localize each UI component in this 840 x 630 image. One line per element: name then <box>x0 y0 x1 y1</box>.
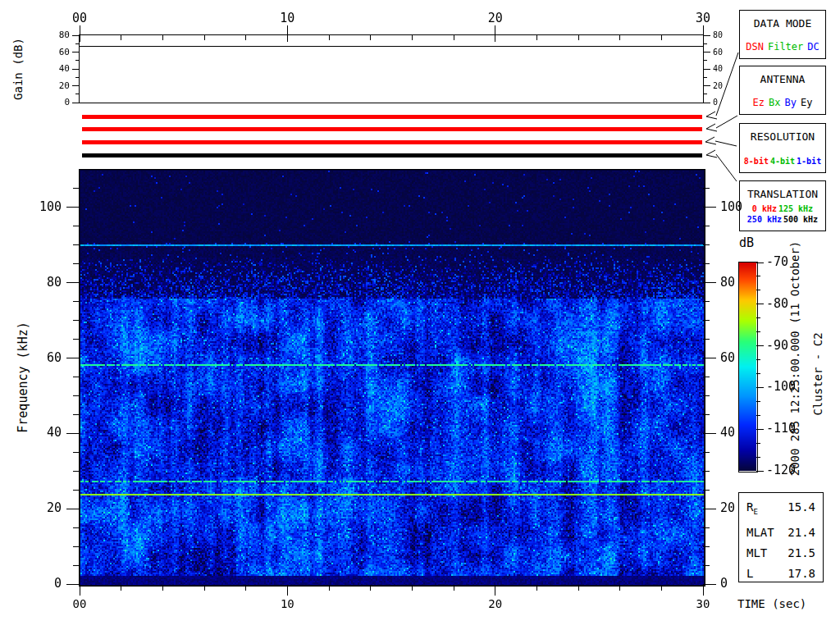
colorbar-tick-label: -100 <box>766 381 796 393</box>
time-minor-tick-bottom <box>661 585 662 591</box>
freq-minor-tick <box>73 188 80 189</box>
freq-minor-tick <box>73 471 80 472</box>
freq-minor-tick <box>73 263 80 264</box>
freq-minor-tick <box>73 226 80 226</box>
colorbar-major-tick <box>756 345 764 346</box>
colorbar-major-tick <box>756 387 764 388</box>
freq-tick-label: 60 <box>30 352 62 364</box>
time-minor-tick-bottom <box>578 585 579 591</box>
colorbar-minor-tick <box>756 331 760 332</box>
colorbar-minor-tick <box>756 276 760 276</box>
time-minor-tick-top <box>370 35 371 40</box>
time-minor-tick-top <box>412 35 413 40</box>
colorbar-minor-tick <box>756 359 760 360</box>
time-tick-label-bottom: 20 <box>488 598 502 609</box>
freq-minor-tick <box>73 339 80 340</box>
colorbar-tick-label: -90 <box>766 340 788 352</box>
time-minor-tick-top <box>204 35 205 40</box>
colorbar-minor-tick <box>756 401 760 402</box>
time-minor-tick-bottom <box>204 585 205 591</box>
gain-ytick-minor <box>75 60 80 61</box>
time-major-tick-bottom <box>703 585 704 596</box>
gain-ytick-minor-right <box>703 60 707 61</box>
freq-major-tick-right <box>703 282 716 283</box>
colorbar-major-tick <box>756 471 764 472</box>
freq-major-tick-right <box>703 584 716 585</box>
time-minor-tick-bottom <box>245 585 246 591</box>
colorbar-minor-tick <box>756 443 760 444</box>
gain-ytick <box>72 69 80 70</box>
time-minor-tick-bottom <box>536 585 537 591</box>
freq-minor-tick <box>73 320 80 321</box>
gain-ytick-right <box>703 85 710 86</box>
time-minor-tick-top <box>162 35 163 40</box>
time-major-tick-bottom <box>495 585 495 596</box>
time-tick-label-top: 10 <box>280 12 294 25</box>
gain-ytick-label-right: 0 <box>713 98 718 107</box>
time-major-tick-top <box>703 25 704 35</box>
colorbar-minor-tick <box>756 457 760 458</box>
time-minor-tick-top <box>454 35 454 40</box>
freq-major-tick-right <box>703 509 716 509</box>
time-major-tick-top-inner <box>287 35 288 42</box>
freq-major-tick-right <box>703 433 716 434</box>
freq-minor-tick <box>73 244 80 245</box>
time-major-tick-bottom <box>80 585 80 596</box>
freq-major-tick <box>66 509 80 509</box>
freq-minor-tick <box>73 527 80 528</box>
gain-ytick <box>72 85 80 86</box>
time-major-tick-top <box>287 25 288 35</box>
colorbar-major-tick <box>756 304 764 304</box>
time-minor-tick-top <box>536 35 537 40</box>
freq-major-tick <box>66 433 80 434</box>
freq-minor-tick-right <box>703 263 710 264</box>
freq-tick-label-right: 60 <box>720 352 735 364</box>
time-tick-label-bottom: 10 <box>281 598 294 609</box>
freq-minor-tick <box>73 490 80 491</box>
gain-ytick-label-right: 80 <box>713 31 723 39</box>
freq-tick-label: 80 <box>30 276 62 289</box>
freq-minor-tick-right <box>703 395 710 396</box>
wbd-spectrogram-display: Gain (dB) Frequency (kHz) DATA MODE DSNF… <box>0 0 840 630</box>
time-minor-tick-top <box>121 35 121 40</box>
colorbar-minor-tick <box>756 373 760 374</box>
freq-major-tick <box>66 358 80 358</box>
freq-minor-tick <box>73 395 80 396</box>
freq-minor-tick <box>73 565 80 566</box>
gain-ytick-minor <box>75 77 80 78</box>
time-minor-tick-bottom <box>454 585 454 591</box>
colorbar-tick-label: -80 <box>766 298 788 310</box>
freq-major-tick <box>66 207 80 208</box>
gain-ytick-label: 60 <box>48 48 70 57</box>
freq-minor-tick <box>73 301 80 302</box>
time-tick-label-top: 20 <box>488 12 503 25</box>
colorbar-tick-label: -120 <box>766 464 796 477</box>
time-minor-tick-bottom <box>329 585 330 591</box>
legend-connector-arrows <box>0 0 840 630</box>
freq-tick-label-right: 40 <box>720 427 735 439</box>
time-minor-tick-bottom <box>121 585 121 591</box>
freq-minor-tick-right <box>703 377 710 377</box>
freq-minor-tick-right <box>703 301 710 302</box>
freq-minor-tick <box>73 377 80 377</box>
freq-tick-label-right: 80 <box>720 276 735 289</box>
time-minor-tick-bottom <box>370 585 371 591</box>
freq-tick-label: 100 <box>30 201 62 213</box>
gain-ytick-minor-right <box>703 94 707 94</box>
freq-minor-tick-right <box>703 452 710 453</box>
gain-ytick-label-right: 40 <box>713 65 723 73</box>
colorbar-tick-label: -70 <box>766 256 788 268</box>
freq-minor-tick-right <box>703 414 710 415</box>
gain-ytick-label: 0 <box>48 98 70 107</box>
colorbar-minor-tick <box>756 317 760 318</box>
colorbar-major-tick <box>756 262 764 263</box>
freq-tick-label: 40 <box>30 427 62 439</box>
freq-minor-tick-right <box>703 490 710 491</box>
time-major-tick-top <box>80 25 80 35</box>
time-major-tick-top-inner <box>703 35 704 42</box>
freq-tick-label-right: 100 <box>720 201 742 213</box>
gain-ytick-minor-right <box>703 77 707 78</box>
gain-ytick-label-right: 60 <box>713 48 723 57</box>
time-minor-tick-bottom <box>162 585 163 591</box>
time-major-tick-top-inner <box>80 35 80 42</box>
